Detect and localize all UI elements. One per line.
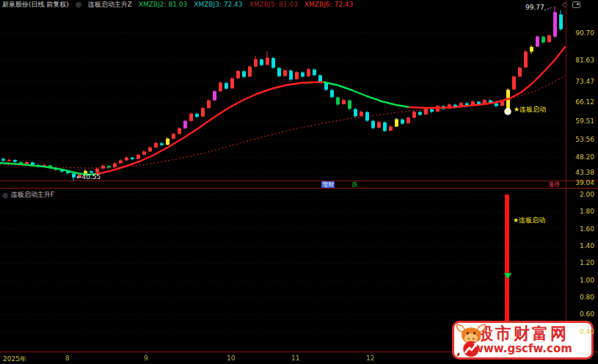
event-tag-1: 增财	[321, 181, 335, 188]
sub-price-tick: 1.00	[569, 277, 594, 284]
price-tick: 90.70	[569, 29, 594, 37]
time-tick: 9	[144, 354, 148, 362]
time-tick: 11	[291, 354, 299, 362]
time-tick: 12	[366, 354, 374, 362]
low-price-annotation: ←40.55	[76, 173, 101, 181]
site-name: 股市财富网	[477, 325, 569, 343]
event-tag-2: 跌	[351, 181, 359, 188]
price-tick: 59.51	[569, 117, 594, 125]
time-tick: 8	[65, 354, 70, 362]
price-tick: 81.63	[569, 57, 594, 64]
price-tick: 39.04	[569, 179, 594, 186]
sub-signal-label: ★连板启动	[513, 216, 545, 225]
main-signal-label: ★连板启动	[514, 105, 546, 114]
price-tick: 73.47	[569, 78, 594, 85]
main-candlestick-chart[interactable]	[0, 0, 598, 181]
sub-price-tick: 0.80	[569, 294, 594, 301]
high-price-annotation: 99.77	[525, 4, 544, 11]
sub-price-tick: 1.40	[569, 242, 594, 250]
site-url: www.gscfw.com	[473, 343, 572, 355]
time-tick: 10	[227, 354, 235, 362]
sub-price-tick: 1.20	[569, 259, 594, 266]
price-tick: 53.56	[569, 136, 594, 143]
sub-price-tick: 1.80	[569, 208, 594, 215]
site-logo: 股市财富网 www.gscfw.com	[452, 321, 594, 360]
event-tag-3: 涨停	[547, 181, 561, 188]
sub-price-tick: 0.40	[569, 328, 594, 335]
app-window: 新泉股份(日线 前复权) ◎ 连板启动主升Z XMZBJ2: 81.03 XMZ…	[0, 0, 598, 364]
sub-price-tick: 0.60	[569, 310, 594, 318]
price-tick: 43.38	[569, 169, 594, 176]
price-tick: 48.20	[569, 153, 594, 161]
main-chart-bottom-border	[0, 181, 598, 181]
sub-price-tick: 1.60	[569, 225, 594, 233]
bull-icon	[454, 323, 488, 358]
price-tick: 66.12	[569, 98, 594, 106]
sub-price-tick: 2.00	[569, 191, 594, 198]
time-tick: 2025年	[3, 354, 26, 364]
